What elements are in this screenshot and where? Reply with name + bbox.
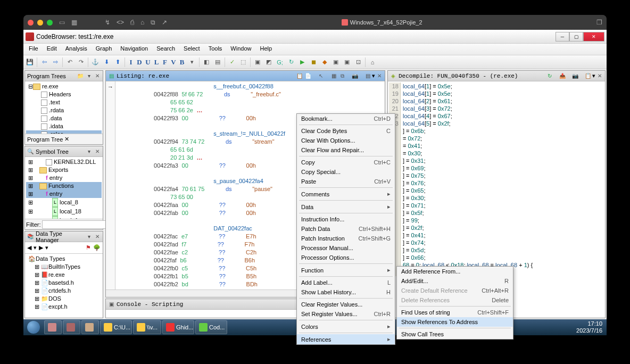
tree-item[interactable]: .data xyxy=(26,114,102,122)
taskbar-item[interactable] xyxy=(44,320,62,334)
toolbar-U[interactable]: U xyxy=(144,58,152,67)
menu-item[interactable]: PasteCtrl+V xyxy=(297,177,395,186)
anchor-icon[interactable]: ⚓ xyxy=(90,57,101,68)
camera-icon[interactable]: 📷 xyxy=(571,72,579,80)
copy-icon[interactable]: 📋 xyxy=(295,72,304,80)
references-submenu[interactable]: Add Reference From...Add/Edit...RCreate … xyxy=(396,266,513,340)
decompile-line[interactable]: ] = 0x2f; xyxy=(389,224,604,231)
menu-item[interactable]: Patch InstructionCtrl+Shift+G xyxy=(297,234,395,243)
decompile-line[interactable]: ] = 0x74; xyxy=(389,239,604,246)
toolbar-V[interactable]: V xyxy=(169,58,178,67)
minimize-button[interactable]: ─ xyxy=(556,32,569,42)
undo-icon[interactable]: ↶ xyxy=(64,57,75,68)
export-icon[interactable]: ↗ xyxy=(162,19,167,26)
listing-arrow[interactable]: → xyxy=(106,81,115,289)
tree-item[interactable]: Headers xyxy=(26,90,102,98)
program-trees-header[interactable]: Program Trees 📁 ▾ ✕ xyxy=(25,71,103,81)
grid-icon[interactable]: ▦ xyxy=(329,72,338,80)
taskbar-item[interactable]: C:\U... xyxy=(100,320,132,334)
tool-icon[interactable]: ↯ xyxy=(105,19,110,26)
fwd-icon[interactable]: ▶ xyxy=(39,244,43,251)
diamond-icon[interactable]: ◆ xyxy=(319,57,330,68)
start-button[interactable] xyxy=(23,319,44,335)
tree-item[interactable]: .rdata xyxy=(26,106,102,114)
menu-item[interactable]: Colors▸ xyxy=(297,321,395,332)
taskbar-item[interactable]: Cod... xyxy=(195,320,227,334)
symbol-item[interactable]: ⊞fentry xyxy=(26,174,102,182)
more3-icon[interactable]: ▣ xyxy=(330,57,341,68)
menu-item[interactable]: Clear Register Values... xyxy=(297,300,395,309)
menu-item[interactable]: Comments▸ xyxy=(297,189,395,199)
menu-item[interactable]: Add/Edit...R xyxy=(397,276,513,286)
toolbar-L[interactable]: L xyxy=(152,58,161,67)
taskbar-item[interactable] xyxy=(81,320,99,334)
decompile-line[interactable]: ] = 0x6b; xyxy=(389,127,604,135)
taskbar-item[interactable]: Ghid... xyxy=(162,320,194,334)
menu-graph[interactable]: Graph xyxy=(92,44,117,55)
symbol-item[interactable]: ⊞Functions xyxy=(26,182,102,190)
book-icon[interactable]: 📚 xyxy=(26,233,35,241)
restore-button[interactable]: ▢ xyxy=(569,32,583,42)
menu-select[interactable]: Select xyxy=(179,44,204,55)
minimize-icon[interactable] xyxy=(37,20,43,26)
search-icon[interactable]: 🔍 xyxy=(26,147,35,156)
menu-item[interactable]: Instruction Info... xyxy=(297,214,395,224)
layout-icon[interactable]: ▭ xyxy=(59,19,65,26)
dtm-header[interactable]: 📚 Data Type Manager ▾ ✕ xyxy=(25,231,103,242)
close-icon[interactable] xyxy=(28,20,34,26)
menubar[interactable]: FileEditAnalysisGraphNavigationSearchSel… xyxy=(23,44,607,55)
export-icon[interactable]: 📤 xyxy=(558,72,567,80)
taskbar-item[interactable]: \\v... xyxy=(133,320,161,334)
decompile-line[interactable]: ] = 0x76; xyxy=(389,179,604,187)
dtm-root[interactable]: 🏠Data Types xyxy=(26,255,102,263)
program-tree-tab[interactable]: Program Tree ✕ xyxy=(25,134,103,144)
decompile-line[interactable]: ] = 0x31; xyxy=(389,157,604,164)
menu-navigation[interactable]: Navigation xyxy=(116,44,152,55)
menu-analysis[interactable]: Analysis xyxy=(61,44,92,55)
toolbar-I[interactable]: I xyxy=(127,58,135,67)
menu-item[interactable]: Clear Code BytesC xyxy=(297,126,395,136)
dropdown-icon[interactable]: ▾ xyxy=(85,233,93,241)
menu-file[interactable]: File xyxy=(24,44,43,55)
menu-item[interactable]: Find Uses of stringCtrl+Shift+F xyxy=(397,308,513,317)
table-icon[interactable]: ▤ xyxy=(212,57,223,68)
filter-icon[interactable]: ⚑ xyxy=(86,244,91,251)
decompile-line[interactable]: ] = 0x71; xyxy=(389,202,604,209)
graph-icon[interactable]: ◧ xyxy=(201,57,212,68)
toolbar-F[interactable]: F xyxy=(161,58,169,67)
decompile-line[interactable]: 22local_64[4] = 0x67; xyxy=(389,112,604,120)
symbol-item[interactable]: ⊞Exports xyxy=(26,166,102,174)
lock-icon[interactable]: ⌂ xyxy=(140,19,144,26)
back-icon[interactable]: ⇦ xyxy=(39,57,49,68)
dtm-item[interactable]: ⊞ 📖BuiltInTypes xyxy=(26,263,102,271)
tree-root[interactable]: ⊟re.exe xyxy=(26,82,102,90)
menu-search[interactable]: Search xyxy=(152,44,179,55)
menu-item[interactable]: Show Call Trees xyxy=(397,329,513,339)
back-icon[interactable]: ◀ xyxy=(27,244,31,251)
refresh-icon[interactable]: ↻ xyxy=(545,72,554,80)
decompile-line[interactable]: ] = 0x66; xyxy=(389,254,604,261)
toolbar-B[interactable]: B xyxy=(178,58,186,67)
up-icon[interactable]: ⬆ xyxy=(112,57,123,68)
listing-header[interactable]: ▤ Listing: re.exe 📋 📄 ↖ ▦ ⧉ 📷 ▤▾ ✕ xyxy=(106,71,385,81)
menu-item[interactable]: Copy Special... xyxy=(297,167,395,177)
context-menu[interactable]: Bookmark...Ctrl+DClear Code BytesCClear … xyxy=(296,113,395,345)
decompile-line[interactable]: ] = 0x69; xyxy=(389,164,604,172)
menu-help[interactable]: Help xyxy=(255,44,276,55)
code-icon[interactable]: <> xyxy=(117,19,124,26)
config-icon[interactable]: ⧉ xyxy=(338,72,346,80)
menu-item[interactable]: Add Reference From... xyxy=(397,267,513,276)
menu-item[interactable]: CopyCtrl+C xyxy=(297,158,395,167)
close-icon[interactable]: ✕ xyxy=(93,233,102,241)
outer-titlebar[interactable]: ▭ ▦ ↯ <> ⎙ ⌂ ⧉ ↗ Windows_7_x64_52Pojie_2… xyxy=(23,15,607,30)
fwd-icon[interactable]: ⇨ xyxy=(50,57,61,68)
decompile-line[interactable]: = 0x41; xyxy=(389,142,604,150)
decompile-line[interactable]: ] = 99; xyxy=(389,217,604,224)
check-icon[interactable]: ✓ xyxy=(227,57,237,68)
menu-item[interactable]: Processor Options... xyxy=(297,253,395,262)
menu-item[interactable]: Patch DataCtrl+Shift+H xyxy=(297,224,395,234)
symbol-item[interactable]: ⊞Llocal_8 xyxy=(26,198,102,207)
toolbar-D[interactable]: D xyxy=(135,58,144,67)
more4-icon[interactable]: ▣ xyxy=(342,57,352,68)
close-icon[interactable]: ✕ xyxy=(93,72,102,80)
